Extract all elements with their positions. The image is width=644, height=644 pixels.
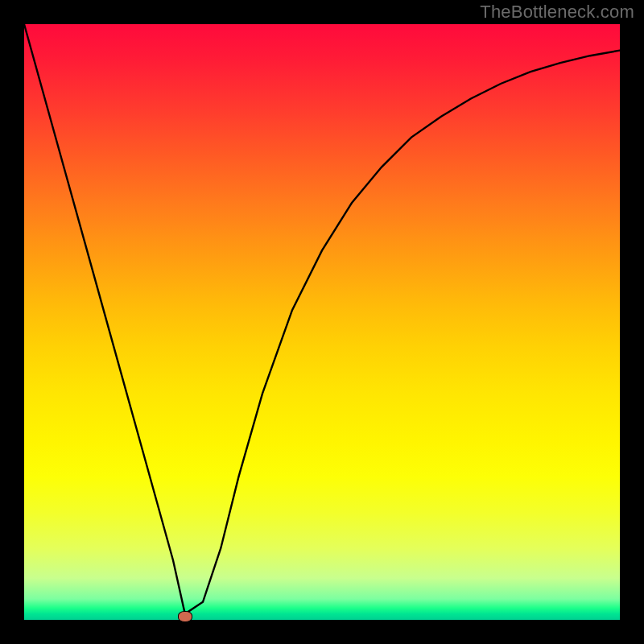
watermark-text: TheBottleneck.com <box>480 2 634 23</box>
curve-svg <box>24 24 620 620</box>
bottleneck-curve-path <box>24 24 620 614</box>
plot-area <box>24 24 620 620</box>
optimum-marker <box>178 611 192 622</box>
chart-stage: TheBottleneck.com <box>0 0 644 644</box>
